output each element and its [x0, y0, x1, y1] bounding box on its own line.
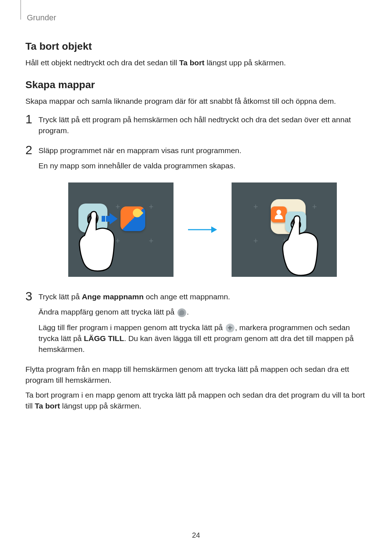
- step-2: Släpp programmet när en mappram visas ru…: [25, 145, 367, 277]
- create-folders-intro: Skapa mappar och samla liknande program …: [25, 96, 367, 107]
- figure-panel-after: + + + +: [232, 182, 337, 277]
- text: .: [187, 308, 189, 316]
- text-bold: Ta bort: [179, 58, 205, 67]
- step-1: Tryck lätt på ett program på hemskärmen …: [25, 114, 367, 136]
- step-2-text-b: En ny mapp som innehåller de valda progr…: [38, 160, 367, 171]
- tail-paragraph-1: Flytta program från en mapp till hemskär…: [25, 364, 367, 386]
- create-folder-figure: + + + +: [38, 182, 367, 277]
- remove-items-text: Håll ett objekt nedtryckt och dra det se…: [25, 57, 367, 68]
- text-bold: Ta bort: [35, 402, 60, 410]
- grid-slot-icon: +: [253, 203, 258, 211]
- hand-pointer-icon: [278, 214, 322, 286]
- svg-marker-2: [211, 226, 217, 233]
- heading-remove-items: Ta bort objekt: [25, 41, 367, 52]
- text: Ändra mappfärg genom att trycka lätt på: [38, 308, 177, 316]
- text: Tryck lätt på: [38, 292, 82, 301]
- arrow-right-icon: [188, 224, 217, 235]
- figure-panel-before: + + + +: [68, 182, 173, 277]
- page-number: 24: [0, 531, 392, 539]
- step-3-text-a: Tryck lätt på Ange mappnamn och ange ett…: [38, 291, 367, 302]
- margin-tab: [17, 0, 21, 20]
- grid-slot-icon: +: [253, 237, 258, 245]
- steps-list: Tryck lätt på ett program på hemskärmen …: [25, 114, 367, 355]
- palette-icon: [177, 308, 186, 317]
- step-1-text: Tryck lätt på ett program på hemskärmen …: [38, 114, 367, 136]
- step-3-text-b: Ändra mappfärg genom att trycka lätt på …: [38, 307, 367, 317]
- text: längst upp på skärmen.: [60, 402, 141, 410]
- breadcrumb: Grunder: [27, 13, 367, 22]
- text: Håll ett objekt nedtryckt och dra det se…: [25, 58, 179, 67]
- grid-slot-icon: +: [149, 203, 154, 211]
- manual-page: Grunder Ta bort objekt Håll ett objekt n…: [0, 0, 392, 554]
- step-3: Tryck lätt på Ange mappnamn och ange ett…: [25, 291, 367, 355]
- plus-icon: [226, 324, 234, 332]
- text: Lägg till fler program i mappen genom at…: [38, 323, 225, 332]
- text-bold: LÄGG TILL: [84, 334, 124, 342]
- text: och ange ett mappnamn.: [144, 292, 230, 301]
- step-2-text-a: Släpp programmet när en mappram visas ru…: [38, 145, 367, 156]
- grid-slot-icon: +: [149, 237, 154, 245]
- text: längst upp på skärmen.: [204, 58, 286, 67]
- heading-create-folders: Skapa mappar: [25, 79, 367, 91]
- grid-slot-icon: +: [312, 203, 317, 211]
- step-3-text-c: Lägg till fler program i mappen genom at…: [38, 322, 367, 355]
- hand-pointer-icon: [75, 209, 118, 282]
- text-bold: Ange mappnamn: [82, 292, 143, 301]
- tail-paragraph-2: Ta bort program i en mapp genom att tryc…: [25, 390, 367, 412]
